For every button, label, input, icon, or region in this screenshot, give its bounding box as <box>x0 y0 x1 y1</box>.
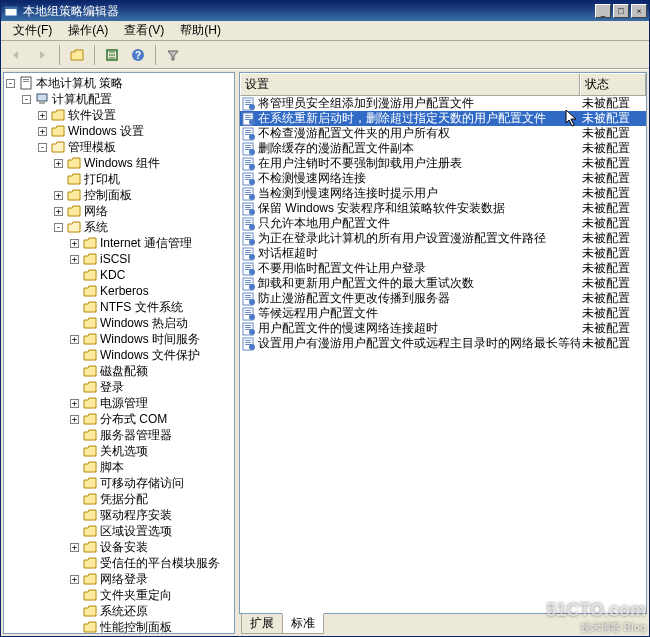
svg-rect-5 <box>21 77 31 89</box>
tree-item[interactable]: -管理模板 <box>38 139 232 155</box>
tree-item[interactable]: 登录 <box>70 379 232 395</box>
folder-icon <box>82 508 98 522</box>
menu-view[interactable]: 查看(V) <box>116 20 172 41</box>
tab-standard[interactable]: 标准 <box>282 613 324 634</box>
tree-item[interactable]: 磁盘配额 <box>70 363 232 379</box>
menubar: 文件(F) 操作(A) 查看(V) 帮助(H) <box>1 21 649 41</box>
list-item[interactable]: 等候远程用户配置文件未被配置 <box>240 306 646 321</box>
tree-item[interactable]: 系统还原 <box>70 603 232 619</box>
expand-icon[interactable]: + <box>70 255 79 264</box>
tree-pane[interactable]: -本地计算机 策略-计算机配置+软件设置+Windows 设置-管理模板+Win… <box>3 72 235 634</box>
svg-point-74 <box>249 284 255 290</box>
expand-icon[interactable]: + <box>54 207 63 216</box>
list-item[interactable]: 对话框超时未被配置 <box>240 246 646 261</box>
tree-item[interactable]: 驱动程序安装 <box>70 507 232 523</box>
tree-item[interactable]: +设备安装 <box>70 539 232 555</box>
tree-item[interactable]: Windows 热启动 <box>70 315 232 331</box>
separator <box>94 45 95 65</box>
refresh-button[interactable] <box>101 44 123 66</box>
tree-item[interactable]: 受信任的平台模块服务 <box>70 555 232 571</box>
svg-point-49 <box>249 209 255 215</box>
tree-item[interactable]: 区域设置选项 <box>70 523 232 539</box>
svg-rect-17 <box>245 117 251 118</box>
tree-item[interactable]: +控制面板 <box>54 187 232 203</box>
list-item[interactable]: 删除缓存的漫游配置文件副本未被配置 <box>240 141 646 156</box>
list-item[interactable]: 在用户注销时不要强制卸载用户注册表未被配置 <box>240 156 646 171</box>
tree-item[interactable]: +Internet 通信管理 <box>70 235 232 251</box>
maximize-button[interactable]: □ <box>613 4 629 18</box>
tree-item[interactable]: 打印机 <box>54 171 232 187</box>
tree-item[interactable]: 可移动存储访问 <box>70 475 232 491</box>
tree-item[interactable]: 性能控制面板 <box>70 619 232 634</box>
menu-action[interactable]: 操作(A) <box>60 20 116 41</box>
back-button[interactable] <box>5 44 27 66</box>
col-header-setting[interactable]: 设置 <box>240 73 580 96</box>
list-item[interactable]: 只允许本地用户配置文件未被配置 <box>240 216 646 231</box>
tree-item[interactable]: +Windows 组件 <box>54 155 232 171</box>
list-item[interactable]: 卸载和更新用户配置文件的最大重试次数未被配置 <box>240 276 646 291</box>
svg-rect-91 <box>245 340 251 341</box>
filter-button[interactable] <box>162 44 184 66</box>
list-item[interactable]: 用户配置文件的慢速网络连接超时未被配置 <box>240 321 646 336</box>
collapse-icon[interactable]: - <box>6 79 15 88</box>
forward-button[interactable] <box>31 44 53 66</box>
tree-item[interactable]: 文件夹重定向 <box>70 587 232 603</box>
collapse-icon[interactable]: - <box>54 223 63 232</box>
close-button[interactable]: × <box>631 4 647 18</box>
expand-icon[interactable]: + <box>70 399 79 408</box>
tree-item[interactable]: 凭据分配 <box>70 491 232 507</box>
up-button[interactable] <box>66 44 88 66</box>
expand-icon[interactable]: + <box>38 127 47 136</box>
minimize-button[interactable]: _ <box>595 4 611 18</box>
tree-item[interactable]: +网络登录 <box>70 571 232 587</box>
tree-root[interactable]: -本地计算机 策略 <box>6 75 232 91</box>
list-item[interactable]: 不要用临时配置文件让用户登录未被配置 <box>240 261 646 276</box>
tree-item[interactable]: -计算机配置 <box>22 91 232 107</box>
help-button[interactable]: ? <box>127 44 149 66</box>
tree-item[interactable]: KDC <box>70 267 232 283</box>
expand-icon[interactable]: + <box>70 239 79 248</box>
collapse-icon[interactable]: - <box>38 143 47 152</box>
list-item[interactable]: 在系统重新启动时，删除超过指定天数的用户配置文件未被配置 <box>240 111 646 126</box>
tree-item[interactable]: Windows 文件保护 <box>70 347 232 363</box>
list-item[interactable]: 将管理员安全组添加到漫游用户配置文件未被配置 <box>240 96 646 111</box>
menu-file[interactable]: 文件(F) <box>5 20 60 41</box>
expand-icon[interactable]: + <box>70 415 79 424</box>
expand-icon[interactable]: + <box>70 543 79 552</box>
tree-item[interactable]: Kerberos <box>70 283 232 299</box>
svg-rect-11 <box>245 100 251 101</box>
expand-icon[interactable]: + <box>38 111 47 120</box>
svg-point-44 <box>249 194 255 200</box>
menu-help[interactable]: 帮助(H) <box>172 20 229 41</box>
collapse-icon[interactable]: - <box>22 95 31 104</box>
list-item[interactable]: 为正在登录此计算机的所有用户设置漫游配置文件路径未被配置 <box>240 231 646 246</box>
listview[interactable]: 设置 状态 将管理员安全组添加到漫游用户配置文件未被配置在系统重新启动时，删除超… <box>239 72 647 614</box>
tree-item[interactable]: -系统 <box>54 219 232 235</box>
expand-icon[interactable]: + <box>70 335 79 344</box>
expand-icon[interactable]: + <box>70 575 79 584</box>
tree-item[interactable]: +电源管理 <box>70 395 232 411</box>
expand-icon[interactable]: + <box>54 191 63 200</box>
tree-item[interactable]: 服务器管理器 <box>70 427 232 443</box>
tree-item[interactable]: +iSCSI <box>70 251 232 267</box>
tree-item[interactable]: +网络 <box>54 203 232 219</box>
tree-item[interactable]: 脚本 <box>70 459 232 475</box>
tab-extended[interactable]: 扩展 <box>241 614 283 634</box>
tree-item[interactable]: +软件设置 <box>38 107 232 123</box>
tree-item[interactable]: 关机选项 <box>70 443 232 459</box>
content-area: -本地计算机 策略-计算机配置+软件设置+Windows 设置-管理模板+Win… <box>1 69 649 636</box>
titlebar[interactable]: 本地组策略编辑器 _ □ × <box>1 1 649 21</box>
col-header-state[interactable]: 状态 <box>580 73 646 96</box>
list-item[interactable]: 不检查漫游配置文件夹的用户所有权未被配置 <box>240 126 646 141</box>
expand-icon[interactable]: + <box>54 159 63 168</box>
tree-item[interactable]: NTFS 文件系统 <box>70 299 232 315</box>
list-item[interactable]: 不检测慢速网络连接未被配置 <box>240 171 646 186</box>
list-item[interactable]: 防止漫游配置文件更改传播到服务器未被配置 <box>240 291 646 306</box>
list-item[interactable]: 当检测到慢速网络连接时提示用户未被配置 <box>240 186 646 201</box>
svg-rect-37 <box>245 177 251 178</box>
tree-item[interactable]: +Windows 设置 <box>38 123 232 139</box>
list-item[interactable]: 设置用户有漫游用户配置文件或远程主目录时的网络最长等待时间未被配置 <box>240 336 646 351</box>
tree-item[interactable]: +分布式 COM <box>70 411 232 427</box>
tree-item[interactable]: +Windows 时间服务 <box>70 331 232 347</box>
list-item[interactable]: 保留 Windows 安装程序和组策略软件安装数据未被配置 <box>240 201 646 216</box>
